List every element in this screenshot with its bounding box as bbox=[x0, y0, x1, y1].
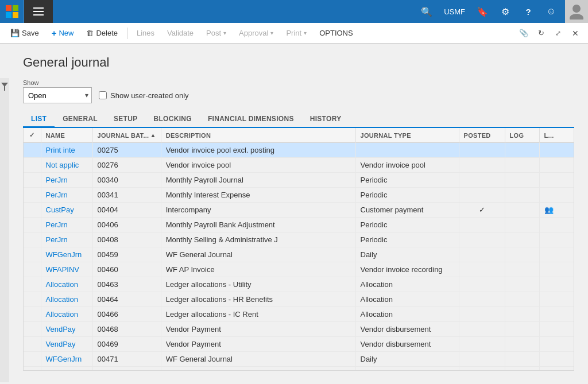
table-cell: 00466 bbox=[92, 307, 161, 322]
table-cell[interactable]: Print inte bbox=[41, 143, 92, 158]
table-cell: ✓ bbox=[459, 203, 505, 218]
table-row[interactable]: VendPay00469Vendor PaymentVendor disburs… bbox=[24, 337, 574, 352]
table-cell[interactable]: Allocation bbox=[41, 277, 92, 292]
table-cell: Vendor Payment bbox=[161, 367, 355, 371]
table-cell bbox=[459, 188, 505, 203]
options-button[interactable]: OPTIONS bbox=[314, 25, 359, 41]
table-row[interactable]: VendPay00473Vendor PaymentVendor disburs… bbox=[24, 367, 574, 371]
table-cell[interactable]: VendPay bbox=[41, 322, 92, 337]
user-created-label[interactable]: Show user-created only bbox=[110, 91, 189, 100]
table-row[interactable]: Not applic00276Vendor invoice poolVendor… bbox=[24, 158, 574, 173]
table-row[interactable]: VendPay00468Vendor PaymentVendor disburs… bbox=[24, 322, 574, 337]
table-cell[interactable]: PerJrn bbox=[41, 232, 92, 247]
filter-sidebar[interactable] bbox=[0, 78, 9, 382]
table-cell: Vendor invoice pool excl. posting bbox=[161, 143, 355, 158]
table-row[interactable]: PerJrn00340Monthly Payroll JournalPeriod… bbox=[24, 173, 574, 188]
table-cell: Monthly Selling & Administrative J bbox=[161, 232, 355, 247]
tab-setup[interactable]: SETUP bbox=[106, 111, 146, 128]
svg-rect-4 bbox=[33, 7, 44, 9]
lines-button[interactable]: Lines bbox=[131, 25, 160, 41]
table-row[interactable]: Print inte00275Vendor invoice pool excl.… bbox=[24, 143, 574, 158]
delete-icon: 🗑 bbox=[86, 29, 94, 37]
hamburger-menu[interactable] bbox=[24, 0, 53, 23]
table-cell[interactable]: PerJrn bbox=[41, 173, 92, 188]
table-row[interactable]: CustPay00404IntercompanyCustomer payment… bbox=[24, 203, 574, 218]
table-row[interactable]: Allocation00463Ledger allocations - Util… bbox=[24, 277, 574, 292]
print-button[interactable]: Print ▾ bbox=[280, 25, 312, 41]
approval-button[interactable]: Approval ▾ bbox=[233, 25, 279, 41]
avatar[interactable] bbox=[565, 0, 588, 23]
table-row[interactable]: Allocation00466Ledger allocations - IC R… bbox=[24, 307, 574, 322]
tab-financial-dimensions[interactable]: FINANCIAL DIMENSIONS bbox=[200, 111, 302, 128]
journal-table-wrapper: ✓ NAME JOURNAL BAT... ▲ DESCRIPTION JOUR… bbox=[23, 128, 574, 371]
table-cell: 00408 bbox=[92, 232, 161, 247]
table-cell[interactable]: WFGenJrn bbox=[41, 247, 92, 262]
table-cell: Vendor invoice pool bbox=[161, 158, 355, 173]
open-in-new-icon[interactable]: ⤢ bbox=[550, 25, 566, 41]
table-row[interactable]: WFAPINV00460WF AP InvoiceVendor invoice … bbox=[24, 262, 574, 277]
print-chevron-icon: ▾ bbox=[304, 30, 307, 36]
table-cell bbox=[24, 322, 41, 337]
table-cell bbox=[539, 262, 574, 277]
new-button[interactable]: + New bbox=[46, 25, 80, 41]
delete-button[interactable]: 🗑 Delete bbox=[80, 25, 123, 41]
table-row[interactable]: PerJrn00341Monthly Interest ExpensePerio… bbox=[24, 188, 574, 203]
tab-history[interactable]: HISTORY bbox=[302, 111, 350, 128]
table-cell bbox=[505, 173, 539, 188]
table-cell[interactable]: VendPay bbox=[41, 367, 92, 371]
user-created-checkbox[interactable] bbox=[99, 91, 107, 99]
table-cell[interactable]: PerJrn bbox=[41, 218, 92, 232]
table-row[interactable]: PerJrn00408Monthly Selling & Administrat… bbox=[24, 232, 574, 247]
table-cell bbox=[539, 352, 574, 367]
bookmark-icon[interactable]: 🔖 bbox=[471, 0, 494, 23]
tab-list[interactable]: LIST bbox=[23, 111, 55, 128]
table-row[interactable]: Allocation00464Ledger allocations - HR B… bbox=[24, 292, 574, 307]
table-cell bbox=[505, 247, 539, 262]
table-cell bbox=[24, 262, 41, 277]
table-cell: Ledger allocations - HR Benefits bbox=[161, 292, 355, 307]
table-cell[interactable]: Not applic bbox=[41, 158, 92, 173]
col-name[interactable]: NAME bbox=[41, 128, 92, 143]
col-desc: DESCRIPTION bbox=[161, 128, 355, 143]
table-cell[interactable]: VendPay bbox=[41, 337, 92, 352]
table-cell bbox=[539, 158, 574, 173]
show-select[interactable]: Open All Posted Unposted bbox=[23, 87, 92, 103]
save-button[interactable]: 💾 Save bbox=[5, 25, 45, 41]
table-cell bbox=[24, 188, 41, 203]
close-icon[interactable]: ✕ bbox=[567, 25, 583, 41]
attach-icon[interactable]: 📎 bbox=[516, 25, 532, 41]
search-nav-icon[interactable]: 🔍 bbox=[415, 0, 438, 23]
svg-rect-6 bbox=[33, 14, 44, 15]
table-row[interactable]: WFGenJrn00459WF General JournalDaily bbox=[24, 247, 574, 262]
help-icon[interactable]: ? bbox=[517, 0, 540, 23]
settings-icon[interactable]: ⚙ bbox=[494, 0, 517, 23]
table-row[interactable]: PerJrn00406Monthly Payroll Bank Adjustme… bbox=[24, 218, 574, 232]
table-cell: Vendor Payment bbox=[161, 322, 355, 337]
table-cell bbox=[539, 218, 574, 232]
table-cell: 00468 bbox=[92, 322, 161, 337]
tab-blocking[interactable]: BLOCKING bbox=[146, 111, 200, 128]
refresh-icon[interactable]: ↻ bbox=[533, 25, 549, 41]
new-icon: + bbox=[52, 28, 57, 38]
col-batch[interactable]: JOURNAL BAT... ▲ bbox=[92, 128, 161, 143]
table-cell[interactable]: Allocation bbox=[41, 292, 92, 307]
smiley-icon[interactable]: ☺ bbox=[540, 0, 563, 23]
table-cell bbox=[505, 307, 539, 322]
table-row[interactable]: WFGenJrn00471WF General JournalDaily bbox=[24, 352, 574, 367]
validate-button[interactable]: Validate bbox=[161, 25, 199, 41]
table-cell[interactable]: CustPay bbox=[41, 203, 92, 218]
table-cell bbox=[505, 292, 539, 307]
top-nav-right: 🔍 USMF 🔖 ⚙ ? ☺ bbox=[415, 0, 588, 23]
svg-marker-9 bbox=[1, 83, 8, 91]
table-cell bbox=[459, 218, 505, 232]
table-cell[interactable]: WFGenJrn bbox=[41, 352, 92, 367]
tab-general[interactable]: GENERAL bbox=[55, 111, 106, 128]
post-button[interactable]: Post ▾ bbox=[200, 25, 232, 41]
table-cell[interactable]: WFAPINV bbox=[41, 262, 92, 277]
table-cell[interactable]: PerJrn bbox=[41, 188, 92, 203]
table-cell[interactable]: Allocation bbox=[41, 307, 92, 322]
table-cell bbox=[539, 307, 574, 322]
table-cell: 00275 bbox=[92, 143, 161, 158]
app-logo[interactable] bbox=[0, 0, 24, 23]
table-cell bbox=[24, 158, 41, 173]
